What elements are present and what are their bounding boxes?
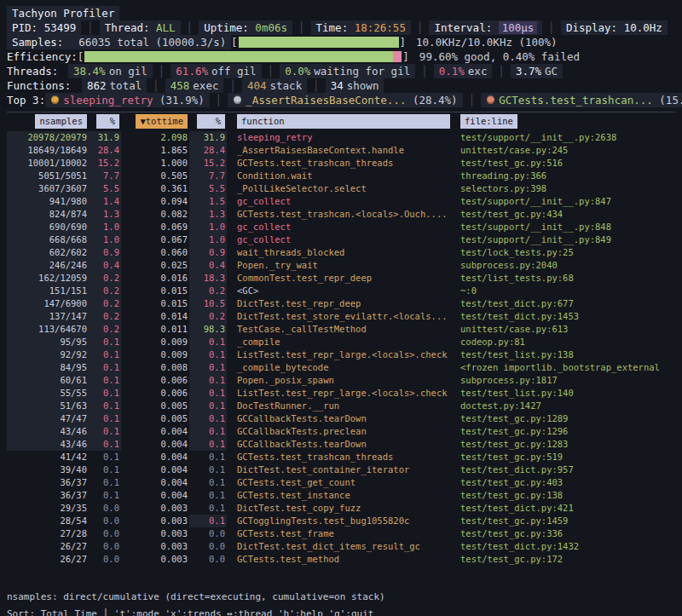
top3-entry-2: _AssertRaisesBaseConte... (28.4%) bbox=[228, 93, 462, 107]
footer-legend: nsamples: direct/cumulative (direct=exec… bbox=[7, 589, 675, 606]
stat-pid-label: PID: bbox=[12, 21, 38, 34]
cell-function: _compile bbox=[227, 336, 450, 348]
cell-pct-direct: 0.9 bbox=[89, 246, 121, 259]
cell-nsamples: 43/46 bbox=[7, 425, 89, 438]
cell-tottime: 0.003 bbox=[121, 515, 189, 527]
header-pct-direct-chip[interactable]: % bbox=[96, 114, 119, 129]
cell-pct-cumulative: 0.1 bbox=[189, 425, 227, 438]
threads-gc: 3.7%GC bbox=[511, 64, 563, 78]
cell-pct-direct: 0.1 bbox=[89, 374, 121, 387]
cell-pct-cumulative: 0.0 bbox=[189, 527, 227, 540]
functions-stack-label: stack bbox=[270, 79, 303, 92]
separator: │ bbox=[268, 64, 275, 78]
cell-function: <GC> bbox=[227, 285, 450, 297]
samples-rate-bar-fill bbox=[239, 37, 399, 48]
samples-rate-bar bbox=[239, 37, 399, 48]
threads-on-gil: 38.4%on gil bbox=[68, 64, 153, 78]
cell-file-line: ~:0 bbox=[450, 285, 675, 297]
header-pct-direct[interactable]: % bbox=[89, 114, 121, 130]
cell-tottime: 0.005 bbox=[121, 400, 189, 412]
header-file-line[interactable]: file:line bbox=[450, 114, 675, 130]
cell-pct-direct: 0.2 bbox=[89, 297, 121, 310]
footer-keybindings: Sort: Total Time │ 't':mode 'x':trends ↔… bbox=[7, 606, 675, 616]
cell-pct-direct: 0.1 bbox=[89, 400, 121, 412]
cell-pct-direct: 28.4 bbox=[89, 144, 121, 157]
stat-display-label: Display: bbox=[566, 21, 617, 34]
efficiency-label: Efficiency: bbox=[7, 49, 78, 64]
cell-file-line: test/test_gc.py:138 bbox=[450, 489, 675, 502]
cell-nsamples: 137/147 bbox=[7, 310, 89, 323]
cell-function: DictTest.test_dict_items_result_gc bbox=[227, 540, 450, 553]
cell-file-line: unittest/case.py:245 bbox=[450, 144, 675, 157]
stat-uptime-value: 0m06s bbox=[255, 21, 287, 34]
cell-pct-direct: 0.0 bbox=[89, 527, 121, 540]
header-nsamples-chip[interactable]: nsamples bbox=[35, 114, 87, 129]
cell-pct-cumulative: 0.0 bbox=[189, 540, 227, 553]
cell-pct-direct: 0.1 bbox=[89, 361, 121, 374]
cell-tottime: 0.082 bbox=[121, 208, 189, 221]
cell-file-line: test/support/__init__.py:847 bbox=[450, 195, 675, 208]
cell-pct-cumulative: 31.9 bbox=[189, 131, 227, 144]
cell-nsamples: 5051/5051 bbox=[7, 170, 89, 182]
cell-nsamples: 668/668 bbox=[7, 233, 89, 246]
table-body: 20978/2097931.92.09831.9sleeping_retryte… bbox=[7, 131, 675, 566]
cell-file-line: test/test_list.py:138 bbox=[450, 348, 675, 361]
cell-function: gc_collect bbox=[227, 195, 450, 208]
cell-function: DictTest.test_copy_fuzz bbox=[227, 502, 450, 515]
header-pct-cumulative[interactable]: % bbox=[189, 114, 227, 130]
header-pct-cumulative-chip[interactable]: % bbox=[197, 114, 225, 129]
functions-stack-value: 404 bbox=[247, 79, 267, 92]
cell-tottime: 0.004 bbox=[121, 489, 189, 502]
cell-file-line: test/test_dict.py:677 bbox=[450, 297, 675, 310]
header-tottime-sorted[interactable]: ▼tottime bbox=[121, 114, 189, 130]
cell-nsamples: 47/47 bbox=[7, 412, 89, 425]
cell-nsamples: 10001/10002 bbox=[7, 157, 89, 170]
cell-pct-direct: 0.0 bbox=[89, 553, 121, 566]
cell-file-line: threading.py:366 bbox=[450, 170, 675, 182]
cell-tottime: 0.003 bbox=[121, 527, 189, 540]
cell-pct-cumulative: 0.1 bbox=[189, 463, 227, 476]
cell-function: TestCase._callTestMethod bbox=[227, 323, 450, 336]
cell-tottime: 0.011 bbox=[121, 323, 189, 336]
threads-on-gil-value: 38.4% bbox=[73, 65, 106, 78]
separator: │ bbox=[153, 78, 159, 93]
cell-pct-direct: 1.4 bbox=[89, 195, 121, 208]
threads-row: Threads: 38.4%on gil │ 61.6%off gil │ 0.… bbox=[7, 64, 675, 78]
cell-nsamples: 113/64670 bbox=[7, 323, 89, 336]
header-function[interactable]: function bbox=[227, 114, 450, 130]
cell-function: GCCallbackTests.tearDown bbox=[227, 412, 450, 425]
threads-exc: 0.1%exc bbox=[434, 64, 493, 78]
samples-detail: 66035 total (10000.3/s) bbox=[78, 36, 226, 49]
cell-file-line: doctest.py:1427 bbox=[450, 400, 675, 412]
cell-tottime: 0.003 bbox=[121, 540, 189, 553]
header-file-line-chip[interactable]: file:line bbox=[460, 114, 517, 129]
cell-nsamples: 39/40 bbox=[7, 463, 89, 476]
cell-pct-direct: 0.1 bbox=[89, 425, 121, 438]
cell-file-line: codeop.py:81 bbox=[450, 336, 675, 348]
cell-pct-cumulative: 15.2 bbox=[189, 157, 227, 170]
cell-nsamples: 18649/18649 bbox=[7, 144, 89, 157]
header-nsamples[interactable]: nsamples bbox=[7, 114, 89, 130]
cell-nsamples: 941/980 bbox=[7, 195, 89, 208]
cell-tottime: 0.069 bbox=[121, 221, 189, 233]
header-function-chip[interactable]: function bbox=[237, 114, 450, 129]
cell-file-line: test/list_tests.py:68 bbox=[450, 272, 675, 285]
header-tottime-chip[interactable]: ▼tottime bbox=[136, 114, 188, 129]
cell-function: _PollLikeSelector.select bbox=[227, 182, 450, 195]
cell-nsamples: 26/27 bbox=[7, 553, 89, 566]
cell-pct-cumulative: 1.3 bbox=[189, 208, 227, 221]
threads-gc-label: GC bbox=[545, 65, 558, 78]
cell-pct-cumulative: 0.1 bbox=[189, 361, 227, 374]
cell-file-line: test/lock_tests.py:25 bbox=[450, 246, 675, 259]
bar-close-bracket: ] bbox=[402, 49, 409, 64]
cell-file-line: test/test_gc.py:1283 bbox=[450, 438, 675, 451]
stat-thread-value: ALL bbox=[156, 21, 176, 34]
cell-file-line: subprocess.py:1817 bbox=[450, 374, 675, 387]
cell-tottime: 0.009 bbox=[121, 336, 189, 348]
cell-nsamples: 29/35 bbox=[7, 502, 89, 515]
stat-time-value: 18:26:55 bbox=[355, 21, 406, 34]
footer: nsamples: direct/cumulative (direct=exec… bbox=[7, 589, 675, 616]
stat-thread[interactable]: Thread: ALL bbox=[100, 20, 181, 35]
gold-medal-icon bbox=[51, 96, 59, 104]
cell-pct-cumulative: 0.1 bbox=[189, 336, 227, 348]
